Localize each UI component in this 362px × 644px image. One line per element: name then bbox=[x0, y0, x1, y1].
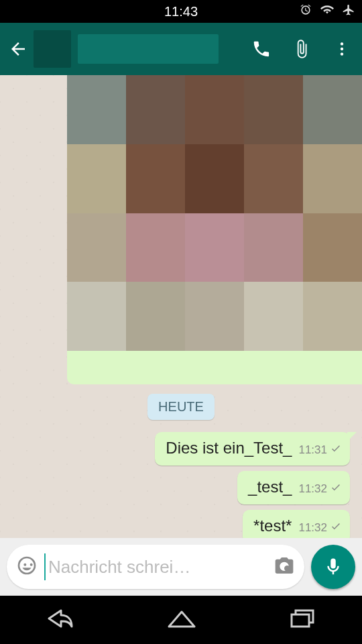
text-cursor bbox=[44, 553, 46, 580]
message-meta: 11:32 bbox=[298, 520, 342, 535]
nav-recent-icon[interactable] bbox=[289, 608, 316, 632]
message-time: 11:32 bbox=[298, 521, 327, 535]
message-meta: 11:31 bbox=[298, 442, 342, 458]
emoji-icon[interactable] bbox=[16, 555, 38, 579]
message-bubble[interactable]: Dies ist ein_Test_ 11:31 bbox=[155, 432, 350, 466]
check-icon bbox=[330, 442, 342, 458]
message-meta: 11:32 bbox=[298, 481, 342, 496]
attach-button[interactable] bbox=[282, 39, 322, 59]
back-button[interactable] bbox=[0, 39, 34, 59]
message-input[interactable]: Nachricht schrei… bbox=[7, 545, 304, 589]
message-time: 11:32 bbox=[298, 482, 327, 496]
svg-point-1 bbox=[341, 48, 343, 50]
nav-home-icon[interactable] bbox=[166, 608, 197, 632]
message-text: *test* bbox=[253, 517, 292, 535]
call-button[interactable] bbox=[241, 39, 282, 59]
image-attachment[interactable] bbox=[67, 75, 362, 351]
chat-area[interactable]: HEUTE Dies ist ein_Test_ 11:31 _test_ 11… bbox=[0, 75, 362, 538]
wifi-icon bbox=[320, 3, 334, 20]
more-button[interactable] bbox=[322, 40, 362, 58]
date-separator: HEUTE bbox=[147, 394, 215, 420]
svg-rect-3 bbox=[292, 614, 309, 627]
image-message[interactable] bbox=[67, 75, 362, 384]
nav-back-icon[interactable] bbox=[46, 608, 74, 632]
alarm-icon bbox=[299, 3, 312, 20]
message-bubble[interactable]: *test* 11:32 bbox=[243, 510, 350, 538]
input-placeholder: Nachricht schrei… bbox=[48, 557, 274, 578]
check-icon bbox=[330, 481, 342, 496]
message-time: 11:31 bbox=[298, 443, 327, 457]
message-bubble[interactable]: _test_ 11:32 bbox=[237, 471, 350, 504]
svg-point-0 bbox=[341, 42, 343, 45]
svg-point-2 bbox=[341, 52, 343, 55]
status-bar: 11:43 bbox=[0, 0, 362, 23]
message-text: _test_ bbox=[248, 478, 292, 496]
airplane-icon bbox=[342, 3, 355, 20]
android-nav-bar bbox=[0, 596, 362, 644]
check-icon bbox=[330, 520, 342, 535]
camera-icon[interactable] bbox=[274, 555, 295, 579]
status-time: 11:43 bbox=[164, 4, 198, 19]
voice-record-button[interactable] bbox=[311, 545, 355, 589]
status-icons bbox=[299, 0, 355, 23]
app-bar bbox=[0, 23, 362, 75]
input-bar: Nachricht schrei… bbox=[0, 538, 362, 596]
contact-name[interactable] bbox=[78, 34, 219, 64]
message-text: Dies ist ein_Test_ bbox=[166, 439, 292, 458]
contact-avatar[interactable] bbox=[34, 30, 71, 68]
